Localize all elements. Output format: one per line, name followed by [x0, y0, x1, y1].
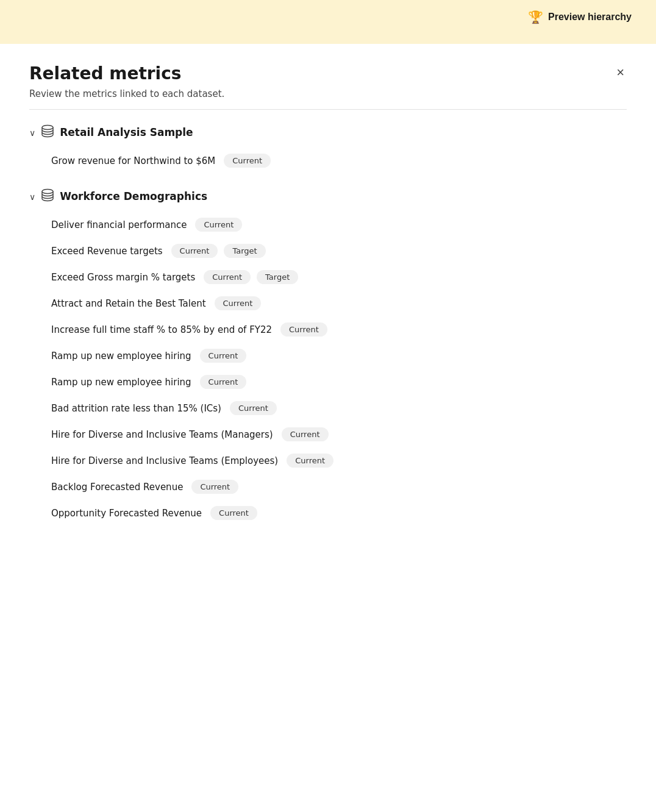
- metric-label-1-9: Hire for Diverse and Inclusive Teams (Em…: [51, 455, 278, 466]
- badge-1-1-0[interactable]: Current: [171, 244, 218, 258]
- section-spacer: [29, 179, 627, 188]
- badge-1-10-0[interactable]: Current: [191, 480, 238, 494]
- badge-1-2-0[interactable]: Current: [204, 270, 251, 284]
- trophy-icon: 🏆: [528, 10, 543, 24]
- close-icon: ×: [616, 65, 624, 80]
- dataset-section-0: ∨ Retail Analysis SampleGrow revenue for…: [29, 124, 627, 174]
- panel-subtitle: Review the metrics linked to each datase…: [29, 88, 627, 99]
- panel-header: Related metrics ×: [29, 63, 627, 84]
- metric-label-1-4: Increase full time staff % to 85% by end…: [51, 324, 272, 335]
- database-icon: [41, 124, 54, 140]
- badge-1-4-0[interactable]: Current: [280, 322, 327, 337]
- badge-0-0-0[interactable]: Current: [224, 154, 271, 168]
- metric-label-1-11: Opportunity Forecasted Revenue: [51, 508, 202, 519]
- dataset-header-1[interactable]: ∨ Workforce Demographics: [29, 188, 627, 204]
- metric-row-0-0: Grow revenue for Northwind to $6MCurrent: [29, 148, 627, 174]
- database-icon: [41, 188, 54, 204]
- badge-1-1-1[interactable]: Target: [224, 244, 265, 258]
- dataset-name-1: Workforce Demographics: [60, 190, 207, 202]
- metric-row-1-0: Deliver financial performanceCurrent: [29, 212, 627, 238]
- preview-hierarchy-button[interactable]: 🏆 Preview hierarchy: [523, 7, 636, 27]
- metric-label-1-7: Bad attrition rate less than 15% (ICs): [51, 403, 221, 414]
- metric-row-1-7: Bad attrition rate less than 15% (ICs)Cu…: [29, 395, 627, 421]
- dataset-header-0[interactable]: ∨ Retail Analysis Sample: [29, 124, 627, 140]
- badge-1-9-0[interactable]: Current: [287, 454, 333, 468]
- badge-1-8-0[interactable]: Current: [282, 427, 329, 441]
- panel-title: Related metrics: [29, 63, 181, 84]
- metric-label-1-8: Hire for Diverse and Inclusive Teams (Ma…: [51, 429, 273, 440]
- badge-1-6-0[interactable]: Current: [200, 375, 247, 389]
- badge-1-5-0[interactable]: Current: [200, 349, 247, 363]
- metric-label-1-6: Ramp up new employee hiring: [51, 377, 191, 388]
- metric-label-1-5: Ramp up new employee hiring: [51, 351, 191, 361]
- svg-point-1: [42, 190, 53, 194]
- preview-hierarchy-label: Preview hierarchy: [548, 12, 632, 23]
- metric-row-1-1: Exceed Revenue targetsCurrentTarget: [29, 238, 627, 264]
- metric-label-1-10: Backlog Forecasted Revenue: [51, 482, 183, 493]
- metric-row-1-3: Attract and Retain the Best TalentCurren…: [29, 290, 627, 316]
- metric-row-1-9: Hire for Diverse and Inclusive Teams (Em…: [29, 447, 627, 474]
- badge-1-3-0[interactable]: Current: [215, 296, 262, 310]
- chevron-down-icon: ∨: [29, 128, 35, 138]
- metric-label-0-0: Grow revenue for Northwind to $6M: [51, 155, 215, 166]
- metric-label-1-3: Attract and Retain the Best Talent: [51, 298, 206, 309]
- metric-row-1-11: Opportunity Forecasted RevenueCurrent: [29, 500, 627, 526]
- close-button[interactable]: ×: [614, 63, 627, 82]
- dataset-name-0: Retail Analysis Sample: [60, 126, 193, 138]
- metric-label-1-1: Exceed Revenue targets: [51, 246, 163, 257]
- badge-1-11-0[interactable]: Current: [210, 506, 257, 520]
- badge-1-0-0[interactable]: Current: [195, 218, 242, 232]
- metric-label-1-0: Deliver financial performance: [51, 219, 187, 230]
- datasets-container: ∨ Retail Analysis SampleGrow revenue for…: [29, 124, 627, 526]
- related-metrics-panel: Related metrics × Review the metrics lin…: [0, 44, 656, 550]
- metric-row-1-6: Ramp up new employee hiringCurrent: [29, 369, 627, 395]
- dataset-section-1: ∨ Workforce DemographicsDeliver financia…: [29, 188, 627, 526]
- metric-label-1-2: Exceed Gross margin % targets: [51, 272, 195, 283]
- metric-row-1-10: Backlog Forecasted RevenueCurrent: [29, 474, 627, 500]
- badge-1-7-0[interactable]: Current: [230, 401, 277, 415]
- metric-row-1-2: Exceed Gross margin % targetsCurrentTarg…: [29, 264, 627, 290]
- metric-row-1-8: Hire for Diverse and Inclusive Teams (Ma…: [29, 421, 627, 447]
- metric-row-1-4: Increase full time staff % to 85% by end…: [29, 316, 627, 343]
- header-bar: 🏆 Preview hierarchy: [0, 0, 656, 34]
- chevron-down-icon: ∨: [29, 192, 35, 202]
- metric-row-1-5: Ramp up new employee hiringCurrent: [29, 343, 627, 369]
- svg-point-0: [42, 126, 53, 130]
- badge-1-2-1[interactable]: Target: [257, 270, 298, 284]
- panel-divider: [29, 109, 627, 110]
